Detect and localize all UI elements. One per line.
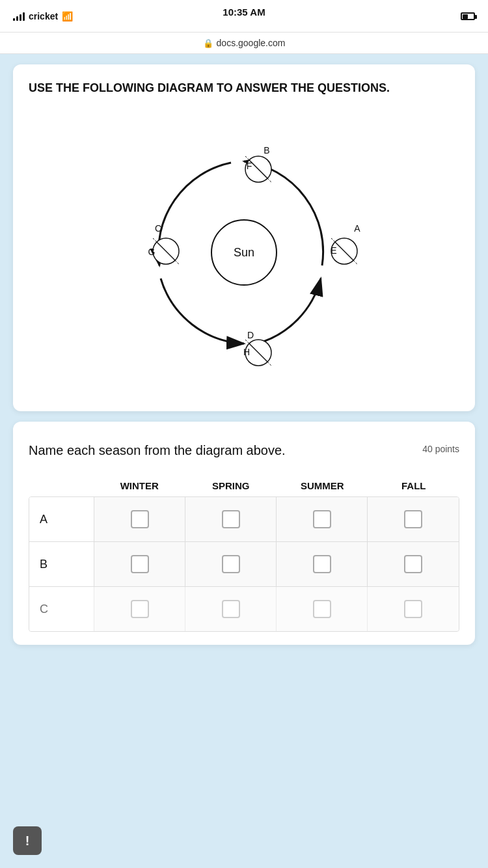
svg-text:G: G	[148, 247, 156, 257]
svg-line-26	[267, 362, 271, 366]
checkbox-c-winter[interactable]	[131, 600, 149, 618]
diagram-title: USE THE FOLLOWING DIAGRAM TO ANSWER THE …	[29, 80, 459, 96]
points-badge: 40 points	[422, 444, 459, 454]
svg-line-19	[153, 238, 157, 242]
checkbox-b-spring[interactable]	[222, 555, 240, 573]
checkbox-c-summer[interactable]	[313, 600, 331, 618]
row-a-spring-cell	[185, 497, 277, 541]
row-a-winter-cell	[94, 497, 185, 541]
svg-point-1	[107, 109, 122, 124]
table-row: C	[29, 587, 459, 631]
svg-line-14	[353, 260, 357, 264]
col-header-fall: FALL	[368, 475, 460, 496]
svg-text:C: C	[155, 223, 161, 234]
svg-line-8	[267, 178, 271, 182]
alert-icon: !	[25, 834, 30, 848]
col-header-winter: WINTER	[94, 475, 185, 496]
status-time: 10:35 AM	[223, 7, 265, 18]
checkbox-c-fall[interactable]	[404, 600, 422, 618]
svg-text:D: D	[247, 330, 254, 340]
signal-bars-icon	[13, 12, 25, 21]
url-bar[interactable]: 🔒 docs.google.com	[0, 33, 488, 54]
status-left: cricket 📶	[13, 11, 73, 21]
grid-rows: A B	[29, 496, 459, 632]
bottom-alert-button[interactable]: !	[13, 826, 42, 855]
svg-line-20	[175, 260, 179, 264]
row-b-spring-cell	[185, 542, 277, 586]
checkbox-a-spring[interactable]	[222, 510, 240, 528]
checkbox-a-fall[interactable]	[404, 510, 422, 528]
checkbox-b-winter[interactable]	[131, 555, 149, 573]
row-c-winter-cell	[94, 587, 185, 631]
col-header-spring: SPRING	[185, 475, 277, 496]
svg-text:B: B	[264, 145, 269, 156]
row-label-b: B	[29, 542, 94, 586]
row-label-a: A	[29, 497, 94, 541]
question-text: Name each season from the diagram above.	[29, 441, 412, 459]
lock-icon: 🔒	[203, 38, 213, 48]
diagram-card: USE THE FOLLOWING DIAGRAM TO ANSWER THE …	[13, 64, 475, 411]
row-a-fall-cell	[368, 497, 459, 541]
content-area: USE THE FOLLOWING DIAGRAM TO ANSWER THE …	[0, 54, 488, 655]
row-b-fall-cell	[368, 542, 459, 586]
col-header-summer: SUMMER	[277, 475, 368, 496]
question-header: Name each season from the diagram above.…	[29, 441, 459, 459]
status-bar: cricket 📶 10:35 AM	[0, 0, 488, 33]
table-row: B	[29, 542, 459, 587]
checkbox-b-summer[interactable]	[313, 555, 331, 573]
svg-text:H: H	[243, 347, 250, 357]
column-headers: WINTER SPRING SUMMER FALL	[29, 475, 459, 496]
row-b-summer-cell	[277, 542, 368, 586]
table-row: A	[29, 497, 459, 542]
question-card: Name each season from the diagram above.…	[13, 422, 475, 645]
row-c-summer-cell	[277, 587, 368, 631]
checkbox-a-summer[interactable]	[313, 510, 331, 528]
status-right	[461, 12, 475, 20]
checkbox-b-fall[interactable]	[404, 555, 422, 573]
col-header-empty	[29, 475, 94, 496]
row-c-fall-cell	[368, 587, 459, 631]
svg-text:F: F	[247, 161, 252, 171]
svg-text:A: A	[354, 223, 360, 234]
wifi-icon: 📶	[62, 11, 73, 21]
checkbox-c-spring[interactable]	[222, 600, 240, 618]
svg-text:E: E	[331, 245, 336, 256]
row-c-spring-cell	[185, 587, 277, 631]
row-label-c: C	[29, 587, 94, 631]
row-a-summer-cell	[277, 497, 368, 541]
carrier-label: cricket	[29, 11, 58, 21]
svg-line-7	[245, 156, 249, 160]
svg-line-13	[331, 238, 335, 242]
checkbox-a-winter[interactable]	[131, 510, 149, 528]
svg-text:Sun: Sun	[234, 246, 254, 259]
battery-icon	[461, 12, 475, 20]
row-b-winter-cell	[94, 542, 185, 586]
url-label: docs.google.com	[217, 38, 286, 48]
diagram-svg: Sun B F A	[29, 109, 459, 396]
